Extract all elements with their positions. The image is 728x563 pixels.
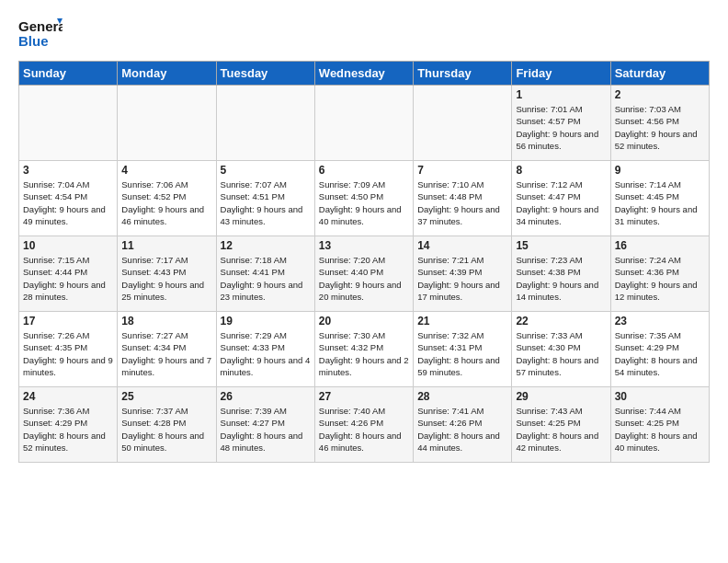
day-info: Sunrise: 7:15 AMSunset: 4:44 PMDaylight:… [23,254,113,303]
calendar-cell: 14Sunrise: 7:21 AMSunset: 4:39 PMDayligh… [414,236,512,312]
calendar-cell: 2Sunrise: 7:03 AMSunset: 4:56 PMDaylight… [610,86,709,161]
day-number: 14 [417,239,507,252]
day-number: 1 [516,88,606,101]
calendar-cell: 24Sunrise: 7:36 AMSunset: 4:29 PMDayligh… [19,387,118,463]
calendar-cell: 3Sunrise: 7:04 AMSunset: 4:54 PMDaylight… [19,161,118,236]
calendar-cell: 26Sunrise: 7:39 AMSunset: 4:27 PMDayligh… [216,387,314,463]
calendar-cell: 6Sunrise: 7:09 AMSunset: 4:50 PMDaylight… [314,161,413,236]
day-number: 20 [319,315,409,327]
day-info: Sunrise: 7:01 AMSunset: 4:57 PMDaylight:… [516,103,606,152]
calendar-week-1: 1Sunrise: 7:01 AMSunset: 4:57 PMDaylight… [19,86,710,161]
day-info: Sunrise: 7:26 AMSunset: 4:35 PMDaylight:… [23,329,113,378]
day-info: Sunrise: 7:09 AMSunset: 4:50 PMDaylight:… [319,178,409,227]
calendar-week-4: 17Sunrise: 7:26 AMSunset: 4:35 PMDayligh… [19,312,710,387]
day-number: 6 [319,164,409,177]
calendar-cell: 11Sunrise: 7:17 AMSunset: 4:43 PMDayligh… [118,236,216,312]
calendar-week-2: 3Sunrise: 7:04 AMSunset: 4:54 PMDaylight… [19,161,710,236]
calendar-cell: 20Sunrise: 7:30 AMSunset: 4:32 PMDayligh… [314,312,413,387]
calendar-cell: 10Sunrise: 7:15 AMSunset: 4:44 PMDayligh… [19,236,118,312]
calendar-cell: 21Sunrise: 7:32 AMSunset: 4:31 PMDayligh… [414,312,512,387]
day-number: 28 [417,390,507,403]
calendar-cell: 4Sunrise: 7:06 AMSunset: 4:52 PMDaylight… [118,161,216,236]
day-number: 29 [516,390,606,403]
day-number: 27 [319,390,409,403]
calendar-cell: 30Sunrise: 7:44 AMSunset: 4:25 PMDayligh… [610,387,709,463]
day-info: Sunrise: 7:30 AMSunset: 4:32 PMDaylight:… [319,329,409,378]
day-number: 4 [121,164,211,177]
weekday-header-tuesday: Tuesday [216,62,314,86]
weekday-header-wednesday: Wednesday [314,62,413,86]
calendar-cell [118,86,216,161]
calendar-cell: 15Sunrise: 7:23 AMSunset: 4:38 PMDayligh… [512,236,610,312]
calendar-cell: 22Sunrise: 7:33 AMSunset: 4:30 PMDayligh… [512,312,610,387]
day-info: Sunrise: 7:07 AMSunset: 4:51 PMDaylight:… [221,178,311,227]
day-number: 8 [516,164,606,177]
day-info: Sunrise: 7:44 AMSunset: 4:25 PMDaylight:… [615,405,705,454]
day-number: 9 [615,164,705,177]
day-info: Sunrise: 7:35 AMSunset: 4:29 PMDaylight:… [615,329,705,378]
weekday-header-friday: Friday [512,62,610,86]
day-info: Sunrise: 7:06 AMSunset: 4:52 PMDaylight:… [121,178,211,227]
day-info: Sunrise: 7:40 AMSunset: 4:26 PMDaylight:… [319,405,409,454]
calendar-cell: 9Sunrise: 7:14 AMSunset: 4:45 PMDaylight… [610,161,709,236]
calendar-cell: 28Sunrise: 7:41 AMSunset: 4:26 PMDayligh… [414,387,512,463]
day-info: Sunrise: 7:12 AMSunset: 4:47 PMDaylight:… [516,178,606,227]
day-number: 7 [417,164,507,177]
weekday-header-thursday: Thursday [414,62,512,86]
calendar-cell: 7Sunrise: 7:10 AMSunset: 4:48 PMDaylight… [414,161,512,236]
logo: General Blue [18,15,63,52]
calendar-week-3: 10Sunrise: 7:15 AMSunset: 4:44 PMDayligh… [19,236,710,312]
weekday-header-sunday: Sunday [19,62,118,86]
calendar-week-5: 24Sunrise: 7:36 AMSunset: 4:29 PMDayligh… [19,387,710,463]
day-number: 2 [615,88,705,101]
calendar-cell: 25Sunrise: 7:37 AMSunset: 4:28 PMDayligh… [118,387,216,463]
calendar-cell: 19Sunrise: 7:29 AMSunset: 4:33 PMDayligh… [216,312,314,387]
day-number: 24 [23,390,113,403]
day-number: 22 [516,315,606,327]
day-number: 12 [221,239,311,252]
day-number: 26 [221,390,311,403]
day-info: Sunrise: 7:41 AMSunset: 4:26 PMDaylight:… [417,405,507,454]
day-number: 11 [121,239,211,252]
logo-svg: General Blue [18,15,63,52]
day-number: 19 [221,315,311,327]
day-number: 16 [615,239,705,252]
calendar-cell: 17Sunrise: 7:26 AMSunset: 4:35 PMDayligh… [19,312,118,387]
calendar-cell [414,86,512,161]
weekday-header-saturday: Saturday [610,62,709,86]
calendar-cell: 1Sunrise: 7:01 AMSunset: 4:57 PMDaylight… [512,86,610,161]
header: General Blue [18,15,710,52]
day-info: Sunrise: 7:18 AMSunset: 4:41 PMDaylight:… [221,254,311,303]
calendar-cell: 29Sunrise: 7:43 AMSunset: 4:25 PMDayligh… [512,387,610,463]
day-number: 23 [615,315,705,327]
day-info: Sunrise: 7:36 AMSunset: 4:29 PMDaylight:… [23,405,113,454]
day-info: Sunrise: 7:03 AMSunset: 4:56 PMDaylight:… [615,103,705,152]
day-number: 10 [23,239,113,252]
calendar-cell [19,86,118,161]
svg-text:General: General [18,18,63,34]
calendar-table: SundayMondayTuesdayWednesdayThursdayFrid… [18,61,710,463]
day-info: Sunrise: 7:21 AMSunset: 4:39 PMDaylight:… [417,254,507,303]
day-info: Sunrise: 7:24 AMSunset: 4:36 PMDaylight:… [615,254,705,303]
day-number: 21 [417,315,507,327]
day-number: 25 [121,390,211,403]
calendar-cell: 5Sunrise: 7:07 AMSunset: 4:51 PMDaylight… [216,161,314,236]
calendar-cell [216,86,314,161]
weekday-header-monday: Monday [118,62,216,86]
calendar-header-row: SundayMondayTuesdayWednesdayThursdayFrid… [19,62,710,86]
day-info: Sunrise: 7:32 AMSunset: 4:31 PMDaylight:… [417,329,507,378]
day-info: Sunrise: 7:20 AMSunset: 4:40 PMDaylight:… [319,254,409,303]
day-info: Sunrise: 7:33 AMSunset: 4:30 PMDaylight:… [516,329,606,378]
day-number: 30 [615,390,705,403]
day-info: Sunrise: 7:37 AMSunset: 4:28 PMDaylight:… [121,405,211,454]
day-number: 18 [121,315,211,327]
page-container: General Blue SundayMondayTuesdayWednesda… [0,0,728,472]
calendar-cell: 12Sunrise: 7:18 AMSunset: 4:41 PMDayligh… [216,236,314,312]
day-info: Sunrise: 7:27 AMSunset: 4:34 PMDaylight:… [121,329,211,378]
calendar-cell [314,86,413,161]
day-info: Sunrise: 7:17 AMSunset: 4:43 PMDaylight:… [121,254,211,303]
calendar-cell: 8Sunrise: 7:12 AMSunset: 4:47 PMDaylight… [512,161,610,236]
calendar-cell: 23Sunrise: 7:35 AMSunset: 4:29 PMDayligh… [610,312,709,387]
day-number: 15 [516,239,606,252]
day-info: Sunrise: 7:29 AMSunset: 4:33 PMDaylight:… [221,329,311,378]
